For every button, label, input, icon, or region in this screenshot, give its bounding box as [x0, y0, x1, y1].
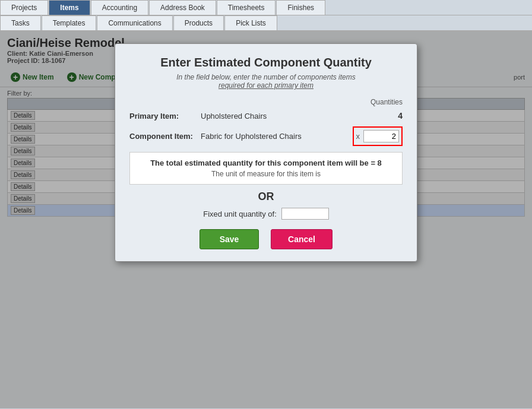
tab-products[interactable]: Products — [173, 15, 224, 30]
x-button[interactable]: x — [356, 132, 360, 141]
tab-accounting[interactable]: Accounting — [91, 0, 148, 15]
modal-subtitle-line2: required for each primary item — [218, 81, 314, 90]
calc-sub: The unit of measure for this item is — [138, 170, 394, 178]
modal-title: Enter Estimated Component Quantity — [129, 56, 403, 69]
quantities-label: Quantities — [370, 98, 403, 106]
modal-calc-box: The total estimated quantity for this co… — [129, 152, 403, 185]
quantities-header-row: Quantities — [129, 98, 403, 109]
or-divider: OR — [129, 191, 403, 203]
primary-item-row: Primary Item: Upholstered Chairs 4 — [129, 111, 403, 121]
tab-communications[interactable]: Communications — [97, 15, 172, 30]
calc-text: The total estimated quantity for this co… — [138, 158, 394, 167]
modal-overlay: Enter Estimated Component Quantity In th… — [0, 31, 532, 408]
primary-item-label: Primary Item: — [129, 112, 201, 121]
tab-timesheets[interactable]: Timesheets — [217, 0, 276, 15]
main-area: Ciani/Heise Remodel Client: Katie Ciani-… — [0, 31, 532, 408]
component-item-label: Component Item: — [129, 132, 201, 141]
tab-templates[interactable]: Templates — [42, 15, 97, 30]
fixed-qty-label: Fixed unit quantity of: — [203, 210, 277, 218]
tab-address-book[interactable]: Address Book — [149, 0, 216, 15]
top-nav-tabs: Projects Items Accounting Address Book T… — [0, 0, 532, 15]
tab-pick-lists[interactable]: Pick Lists — [224, 15, 277, 30]
modal-subtitle: In the field below, enter the number of … — [129, 73, 403, 90]
fixed-qty-input[interactable] — [281, 208, 329, 220]
component-qty-input[interactable] — [363, 130, 399, 142]
modal-buttons: Save Cancel — [129, 229, 403, 249]
primary-item-value: Upholstered Chairs — [201, 112, 398, 121]
save-button[interactable]: Save — [200, 229, 259, 249]
modal-dialog: Enter Estimated Component Quantity In th… — [115, 43, 417, 262]
component-input-box: x — [353, 126, 403, 146]
component-item-row: Component Item: Fabric for Upholstered C… — [129, 126, 403, 146]
cancel-button[interactable]: Cancel — [271, 229, 332, 249]
tab-finishes[interactable]: Finishes — [276, 0, 325, 15]
modal-subtitle-line1: In the field below, enter the number of … — [176, 73, 356, 81]
tab-projects[interactable]: Projects — [0, 0, 48, 15]
tab-items[interactable]: Items — [49, 0, 90, 15]
component-item-value: Fabric for Upholstered Chairs — [201, 132, 353, 141]
tab-tasks[interactable]: Tasks — [0, 15, 41, 30]
bottom-nav-tabs: Tasks Templates Communications Products … — [0, 15, 532, 31]
fixed-qty-row: Fixed unit quantity of: — [129, 208, 403, 220]
primary-item-qty: 4 — [398, 111, 403, 121]
